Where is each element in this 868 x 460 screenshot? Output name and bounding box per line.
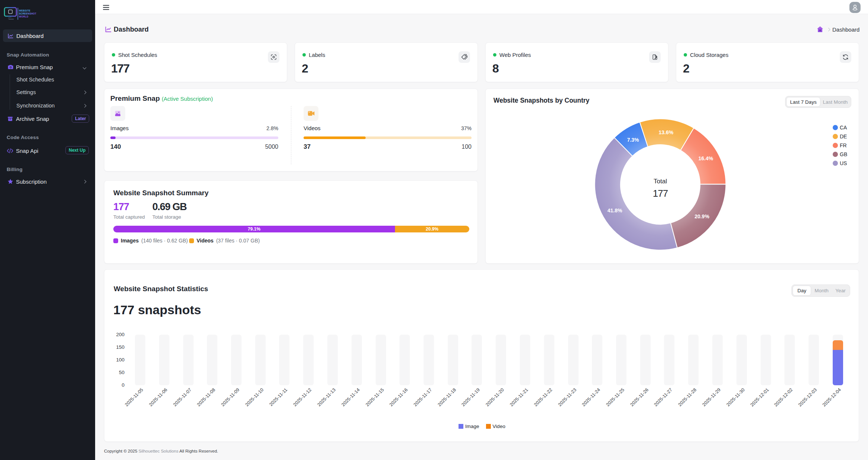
svg-text:16.4%: 16.4% — [699, 155, 713, 161]
svg-text:7.3%: 7.3% — [627, 137, 639, 143]
svg-text:DE: DE — [840, 134, 847, 139]
svg-text:FR: FR — [840, 142, 847, 148]
svg-text:US: US — [840, 160, 847, 166]
svg-text:SCREENSHOT: SCREENSHOT — [19, 12, 36, 15]
svg-text:20.9%: 20.9% — [694, 213, 709, 219]
svg-text:GB: GB — [840, 151, 847, 157]
svg-text:WEBSITE: WEBSITE — [19, 9, 30, 12]
svg-text:WORLD: WORLD — [19, 15, 29, 18]
svg-text:177: 177 — [653, 188, 668, 199]
svg-text:CA: CA — [840, 125, 847, 131]
svg-text:13.6%: 13.6% — [659, 129, 674, 135]
svg-text:41.8%: 41.8% — [608, 208, 622, 213]
svg-text:Total: Total — [654, 178, 667, 185]
